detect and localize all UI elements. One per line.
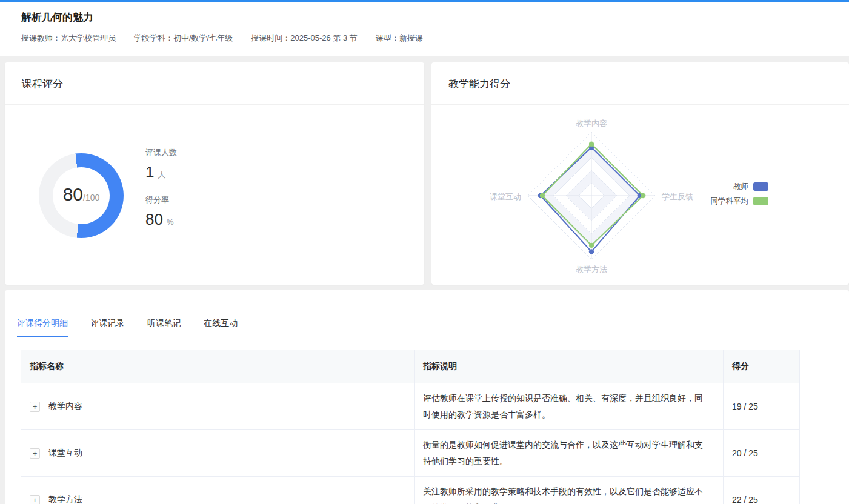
radar-point	[540, 193, 545, 198]
indicator-description: 评估教师在课堂上传授的知识是否准确、相关、有深度，并且组织良好，同时使用的教学资…	[415, 383, 724, 430]
radar-point	[589, 249, 594, 254]
legend-swatch-subject-average	[753, 197, 768, 205]
indicator-score: 19 / 25	[724, 383, 800, 430]
score-donut-center: 80 /100	[53, 167, 110, 224]
col-header-indicator-name: 指标名称	[21, 350, 415, 383]
tab-online-interaction[interactable]: 在线互动	[204, 318, 238, 337]
legend-item-teacher[interactable]: 教师	[665, 182, 768, 191]
stat-score-rate-label: 得分率	[145, 194, 177, 205]
radar-axis-label-content: 教学内容	[576, 118, 607, 129]
radar-axis-label-interaction: 课堂互动	[490, 191, 521, 202]
radar-axis-label-method: 教学方法	[576, 264, 607, 275]
expand-row-button[interactable]: +	[30, 448, 40, 459]
table-header-row: 指标名称 指标说明 得分	[21, 350, 800, 383]
score-detail-table: 指标名称 指标说明 得分 + 教学内容 评估教师在课堂上传授的知识是否准确、相关…	[21, 350, 800, 504]
page-header: 解析几何的魅力 授课教师：光大学校管理员 学段学科：初中/数学/七年级 授课时间…	[0, 2, 849, 56]
score-value: 80	[63, 185, 83, 204]
course-score-card: 课程评分 80 /100 评课人数 1 人 得分率 80 %	[5, 62, 424, 285]
stat-score-rate: 得分率 80 %	[145, 194, 177, 228]
indicator-score: 22 / 25	[724, 477, 800, 504]
expand-row-button[interactable]: +	[30, 402, 40, 412]
stat-reviewers: 评课人数 1 人	[145, 147, 177, 181]
stat-score-rate-value: 80	[145, 211, 163, 228]
tab-listening-notes[interactable]: 听课笔记	[147, 318, 181, 337]
course-score-card-title: 课程评分	[22, 77, 63, 91]
stat-reviewers-value: 1	[145, 164, 154, 181]
page-title: 解析几何的魅力	[21, 10, 93, 24]
indicator-name: 教学方法	[48, 494, 82, 504]
indicator-description: 关注教师所采用的教学策略和技术手段的有效性，以及它们是否能够适应不同的学习风格和…	[415, 477, 724, 504]
table-row: + 教学方法 关注教师所采用的教学策略和技术手段的有效性，以及它们是否能够适应不…	[21, 477, 800, 504]
tab-review-records[interactable]: 评课记录	[90, 318, 124, 337]
stat-score-rate-unit: %	[167, 217, 174, 227]
radar-chart	[431, 62, 849, 285]
indicator-score: 20 / 25	[724, 430, 800, 477]
meta-teacher: 授课教师：光大学校管理员	[21, 33, 116, 44]
teaching-ability-card: 教学能力得分 教学内容 学生反馈 教学方法 课堂互动 教师 同学科平均	[431, 62, 849, 285]
radar-point	[641, 193, 645, 198]
legend-swatch-teacher	[753, 182, 768, 191]
card-divider	[5, 104, 424, 105]
score-stats: 评课人数 1 人 得分率 80 %	[145, 147, 177, 228]
stat-reviewers-label: 评课人数	[145, 147, 177, 158]
indicator-name: 课堂互动	[48, 448, 82, 457]
indicator-name: 教学内容	[48, 401, 82, 411]
legend-label-subject-average: 同学科平均	[711, 196, 749, 207]
col-header-score: 得分	[724, 350, 800, 383]
tab-score-details[interactable]: 评课得分明细	[17, 318, 68, 337]
meta-grade-subject: 学段学科：初中/数学/七年级	[134, 33, 233, 44]
radar-point	[589, 243, 594, 248]
tab-bar: 评课得分明细 评课记录 听课笔记 在线互动	[5, 290, 849, 337]
legend-label-teacher: 教师	[733, 182, 748, 192]
course-meta-row: 授课教师：光大学校管理员 学段学科：初中/数学/七年级 授课时间：2025-05…	[21, 33, 423, 44]
radar-point	[589, 142, 594, 147]
legend-item-subject-average[interactable]: 同学科平均	[665, 196, 768, 206]
col-header-indicator-description: 指标说明	[415, 350, 724, 383]
score-denominator: /100	[83, 193, 99, 202]
stat-reviewers-unit: 人	[158, 170, 165, 181]
meta-course-type: 课型：新授课	[376, 33, 423, 44]
table-row: + 课堂互动 衡量的是教师如何促进课堂内的交流与合作，以及这些互动对学生理解和支…	[21, 430, 800, 477]
expand-row-button[interactable]: +	[30, 495, 40, 504]
score-donut-chart: 80 /100	[39, 153, 124, 238]
radar-legend: 教师 同学科平均	[665, 182, 768, 211]
meta-time: 授课时间：2025-05-26 第 3 节	[251, 33, 358, 44]
table-row: + 教学内容 评估教师在课堂上传授的知识是否准确、相关、有深度，并且组织良好，同…	[21, 383, 800, 430]
indicator-description: 衡量的是教师如何促进课堂内的交流与合作，以及这些互动对学生理解和支持他们学习的重…	[415, 430, 724, 477]
details-panel: 评课得分明细 评课记录 听课笔记 在线互动 指标名称 指标说明 得分 + 教学内…	[5, 290, 849, 504]
